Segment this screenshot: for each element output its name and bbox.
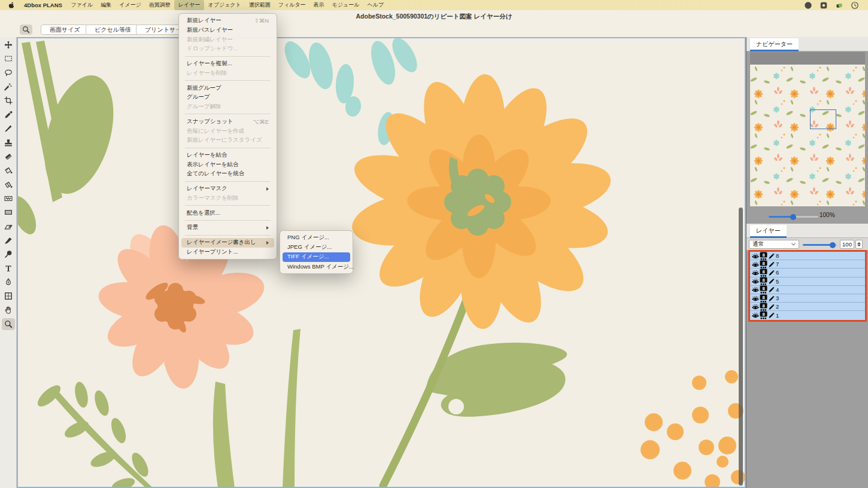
layer-name: 5: [776, 278, 779, 285]
layer-row-2[interactable]: 82: [750, 303, 865, 311]
tool-path-edit[interactable]: [2, 221, 15, 233]
menu-item-9[interactable]: グループ: [181, 93, 274, 102]
layer-row-4[interactable]: 84: [750, 286, 865, 294]
tool-move[interactable]: [2, 39, 15, 51]
menubar-item-3[interactable]: イメージ: [116, 0, 145, 10]
blend-mode-select[interactable]: 通常: [749, 240, 799, 249]
menu-item-17[interactable]: 表示レイヤーを結合: [181, 160, 274, 169]
layer-name: 8: [776, 252, 779, 259]
tool-wave[interactable]: [2, 193, 15, 205]
pencil-icon: [768, 286, 775, 293]
menu-item-18[interactable]: 全てのレイヤーを統合: [181, 169, 274, 179]
navigator-zoom-slider-thumb[interactable]: [790, 214, 796, 220]
layer-row-1[interactable]: 81: [750, 311, 865, 319]
layer-opacity-slider-thumb[interactable]: [830, 242, 836, 248]
submenu-item-3[interactable]: Windows BMP イメージ...: [283, 262, 350, 272]
pencil-icon: [768, 295, 775, 302]
tool-chalk-brush[interactable]: [2, 234, 15, 246]
menu-item-27[interactable]: レイヤーイメージ書き出し: [181, 238, 274, 248]
menubar-item-4[interactable]: 画質調整: [145, 0, 174, 10]
layer-opacity-value[interactable]: 100: [840, 240, 854, 249]
dark-circle-icon[interactable]: [803, 1, 813, 10]
menubar-item-5[interactable]: レイヤー: [174, 0, 204, 10]
tab-layers[interactable]: レイヤー: [750, 225, 787, 238]
tool-grid[interactable]: [2, 290, 15, 302]
menu-item-13: 色毎にレイヤーを作成: [181, 126, 274, 136]
menubar-app-name[interactable]: 4Dbox PLANS: [19, 2, 67, 8]
menu-separator: [179, 218, 277, 223]
menu-separator: [179, 233, 277, 238]
menu-item-label: カラーマスクを削除: [187, 194, 269, 202]
menu-item-0[interactable]: 新規レイヤー⇧⌘N: [181, 16, 274, 26]
menubar-item-7[interactable]: 選択範囲: [245, 0, 274, 10]
navigator-thumbnail-gray-bar: [750, 52, 865, 65]
tool-magic-wand[interactable]: [2, 81, 15, 93]
menu-item-20[interactable]: レイヤーマスク: [181, 184, 274, 194]
layer-row-3[interactable]: 83: [750, 294, 865, 303]
menu-item-12[interactable]: スナップショット⌥⌘E: [181, 117, 274, 126]
app-badge-icon[interactable]: [819, 1, 828, 10]
tool-smudge[interactable]: [2, 248, 15, 260]
menu-item-16[interactable]: レイヤーを結合: [181, 151, 274, 160]
visibility-eye-icon: [752, 295, 759, 302]
apple-menu-icon[interactable]: [4, 1, 19, 9]
navigator-zoom-slider[interactable]: [769, 216, 818, 218]
layer-row-5[interactable]: 85: [750, 277, 865, 286]
layer-name: 2: [776, 303, 779, 310]
menu-item-label: 新規刺繍レイヤー: [187, 36, 269, 44]
tool-crop[interactable]: [2, 94, 15, 106]
canvas-vertical-scrollbar[interactable]: [739, 208, 743, 486]
menu-item-5[interactable]: レイヤーを複製...: [181, 59, 274, 69]
tool-pattern-bucket[interactable]: [2, 179, 15, 191]
layer-opacity-slider[interactable]: [803, 244, 837, 246]
submenu-item-1[interactable]: JPEG イメージ...: [283, 242, 350, 252]
tool-brush[interactable]: [2, 123, 15, 135]
menu-item-25[interactable]: 背景: [181, 223, 274, 233]
document-canvas[interactable]: [17, 37, 746, 488]
svg-text:8: 8: [762, 294, 764, 300]
submenu-item-0[interactable]: PNG イメージ...: [283, 233, 350, 242]
tool-text[interactable]: [2, 263, 15, 274]
menubar-item-1[interactable]: ファイル: [67, 0, 97, 10]
green-shape-icon[interactable]: [834, 1, 844, 10]
tool-bucket[interactable]: [2, 164, 15, 176]
visibility-eye-icon: [752, 303, 759, 310]
menu-item-shortcut: ⌥⌘E: [253, 118, 269, 125]
layer-row-7[interactable]: 87: [750, 260, 865, 269]
toolbar-button-2[interactable]: ピクセル等倍: [86, 25, 140, 35]
menu-item-21: カラーマスクを削除: [181, 193, 274, 203]
tool-hand[interactable]: [2, 304, 15, 316]
clock-icon[interactable]: [850, 1, 860, 10]
submenu-item-2[interactable]: TIFF イメージ...: [283, 252, 350, 262]
menubar-item-9[interactable]: 表示: [309, 0, 328, 10]
tool-pen[interactable]: [2, 276, 15, 288]
menubar-item-10[interactable]: モジュール: [328, 0, 363, 10]
submenu-arrow-icon: [266, 226, 269, 230]
magnifier-toolbar-button[interactable]: [20, 25, 32, 35]
menubar-item-11[interactable]: ヘルプ: [363, 0, 388, 10]
layer-opacity-stepper[interactable]: [855, 240, 863, 249]
tool-eyedropper[interactable]: [2, 109, 15, 121]
layer-name: 3: [776, 295, 779, 301]
tool-eraser[interactable]: [2, 151, 15, 163]
tab-navigator[interactable]: ナビゲーター: [750, 38, 799, 51]
menu-item-28[interactable]: レイヤープリント...: [181, 248, 274, 257]
menu-item-1[interactable]: 新規パスレイヤー: [181, 26, 274, 35]
tool-marquee[interactable]: [2, 53, 15, 65]
menubar-item-2[interactable]: 編集: [97, 0, 116, 10]
navigator-thumbnail[interactable]: [750, 52, 865, 206]
pencil-icon: [768, 252, 775, 260]
layer-row-8[interactable]: 88: [750, 252, 865, 260]
tool-lasso[interactable]: [2, 67, 15, 79]
menu-item-8[interactable]: 新規グループ: [181, 83, 274, 93]
visibility-eye-icon: [752, 312, 759, 319]
tool-zoom[interactable]: [2, 318, 15, 330]
navigator-viewport-rect[interactable]: [810, 109, 836, 129]
layer-row-6[interactable]: 86: [750, 269, 865, 277]
menubar-item-8[interactable]: フィルター: [274, 0, 309, 10]
tool-rectangle[interactable]: [2, 206, 15, 218]
menubar-item-6[interactable]: オブジェクト: [204, 0, 245, 10]
menu-item-23[interactable]: 配色を選択...: [181, 208, 274, 218]
tool-stamp[interactable]: [2, 137, 15, 149]
toolbar-button-1[interactable]: 画面サイズ: [41, 25, 89, 35]
